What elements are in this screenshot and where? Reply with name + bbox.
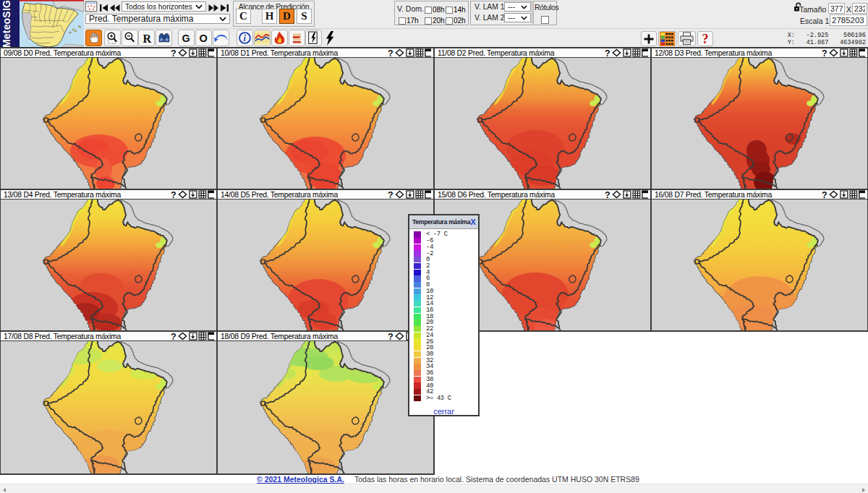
svg-text:MeteoSIG: MeteoSIG <box>1 0 12 47</box>
svg-text:?: ? <box>605 190 610 199</box>
svg-text:?: ? <box>702 33 709 45</box>
svg-text:?: ? <box>388 48 393 57</box>
svg-text:?: ? <box>171 332 176 340</box>
svg-text:?: ? <box>171 48 176 57</box>
svg-text:i: i <box>244 33 247 43</box>
svg-text:?: ? <box>822 190 827 199</box>
svg-text:?: ? <box>388 332 393 340</box>
svg-text:O: O <box>199 33 207 44</box>
svg-text:?: ? <box>605 48 610 57</box>
svg-text:G: G <box>182 33 190 44</box>
svg-text:?: ? <box>388 190 393 199</box>
svg-text:?: ? <box>171 190 176 199</box>
svg-text:?: ? <box>822 48 827 57</box>
svg-text:R: R <box>142 32 151 44</box>
